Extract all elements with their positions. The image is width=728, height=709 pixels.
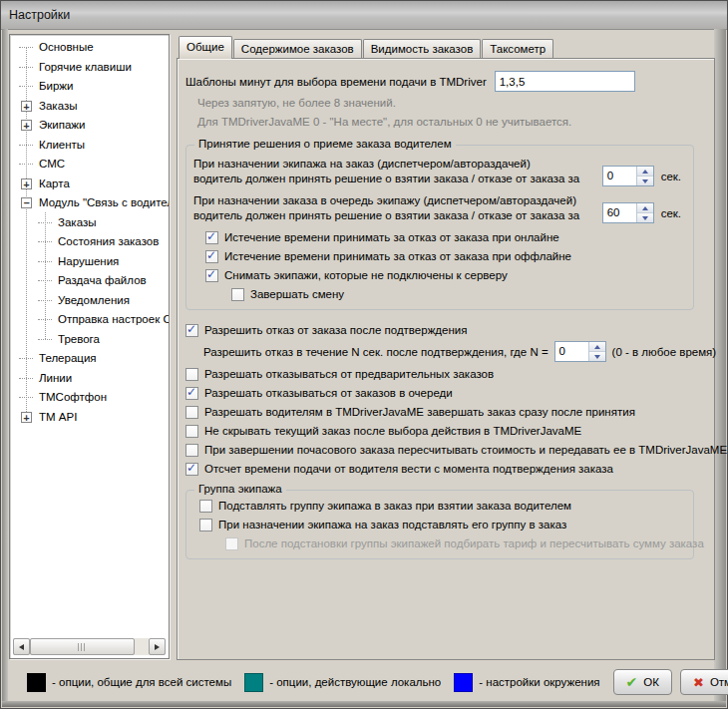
- tree-item-label: Состояния заказов: [55, 234, 162, 249]
- window-title: Настройки: [9, 8, 70, 22]
- checkbox-substitute-group-on-assign[interactable]: При назначении экипажа на заказ подставл…: [199, 518, 685, 532]
- tree-item-label: Биржи: [36, 79, 76, 94]
- legend-system-options: - опции, общие для всей системы: [27, 673, 231, 692]
- expand-plus-icon[interactable]: [21, 178, 32, 189]
- checkbox-allow-refuse-queued[interactable]: Разрешать отказываться от заказов в очер…: [185, 386, 706, 400]
- spin-up-button[interactable]: [637, 203, 653, 213]
- checkbox-icon: [185, 387, 198, 400]
- spin-up-button[interactable]: [589, 342, 605, 352]
- spin-down-button[interactable]: [637, 177, 653, 185]
- tree-item-osnovnye[interactable]: Основные: [10, 38, 169, 58]
- tree-item-karta[interactable]: Карта: [10, 175, 169, 194]
- checkbox-remove-disconnected-crews[interactable]: Снимать экипажи, которые не подключены к…: [205, 268, 685, 282]
- tree-item-narusheniya[interactable]: Нарушения: [10, 252, 169, 272]
- expand-icon: [40, 314, 51, 325]
- spin-value[interactable]: 0: [555, 342, 588, 361]
- settings-tree: Основные Горячие клавиши Биржи Заказы Эк…: [9, 34, 170, 659]
- tab-obshchie[interactable]: Общие: [179, 36, 232, 59]
- tab-soderzhimoe-zakazov[interactable]: Содержимое заказов: [233, 39, 362, 58]
- assign-crew-seconds-spinner[interactable]: 0: [602, 166, 654, 186]
- expand-icon: [40, 256, 51, 267]
- expand-plus-icon[interactable]: [21, 101, 32, 112]
- checkbox-allow-finish-immediately[interactable]: Разрешать водителям в TMDriverJavaME зав…: [185, 405, 706, 419]
- accept-decision-group: Принятие решения о приеме заказа водител…: [185, 145, 694, 310]
- tree-item-birzhi[interactable]: Биржи: [10, 77, 169, 97]
- tree-item-label: СМС: [36, 157, 68, 172]
- spin-down-button[interactable]: [637, 213, 653, 222]
- tab-page-general: Шаблоны минут для выбора времени подачи …: [177, 58, 715, 660]
- seconds-unit-label: сек.: [661, 171, 681, 182]
- tree-item-zakazy[interactable]: Заказы: [10, 97, 169, 117]
- expand-minus-icon[interactable]: [21, 197, 32, 208]
- spin-up-button[interactable]: [637, 167, 653, 177]
- checkbox-timeout-refuse-online[interactable]: Истечение времени принимать за отказ от …: [205, 230, 685, 244]
- tree-item-tmsoftfon[interactable]: ТМСофтфон: [10, 388, 169, 408]
- tree-item-linii[interactable]: Линии: [10, 369, 169, 389]
- tree-item-tm-api[interactable]: ТМ API: [10, 408, 169, 428]
- window-frame-left: [2, 29, 8, 707]
- checkbox-keep-current-order-visible[interactable]: Не скрывать текущий заказ после выбора д…: [185, 424, 706, 438]
- expand-icon: [40, 217, 51, 228]
- tree-item-teleratsiya[interactable]: Телерация: [10, 349, 169, 369]
- group-title: Группа экипажа: [194, 483, 286, 495]
- seconds-unit-label: сек.: [661, 207, 681, 219]
- checkbox-timeout-refuse-offline[interactable]: Истечение времени принимать за отказ от …: [205, 249, 685, 263]
- checkbox-allow-refuse-preliminary[interactable]: Разрешать отказываться от предварительны…: [185, 367, 706, 381]
- checkbox-pick-tariff-after-substitute[interactable]: После подстановки группы экипажей подбир…: [225, 536, 685, 550]
- tree-item-klienty[interactable]: Клиенты: [10, 136, 169, 156]
- group-title: Принятие решения о приеме заказа водител…: [194, 138, 456, 150]
- expand-plus-icon[interactable]: [21, 412, 32, 423]
- expand-icon: [40, 295, 51, 306]
- arrow-down-icon: [642, 216, 648, 220]
- checkbox-icon: [231, 288, 244, 301]
- checkbox-substitute-group-on-take[interactable]: Подставлять группу экипажа в заказ при в…: [199, 499, 685, 513]
- tree-item-sostoyaniya-zakazov[interactable]: Состояния заказов: [10, 232, 169, 252]
- arrow-up-icon: [642, 170, 648, 174]
- checkbox-count-time-from-confirm[interactable]: Отсчет времени подачи от водителя вести …: [185, 462, 706, 476]
- arrow-up-icon: [642, 206, 648, 210]
- tree-item-otpravka-nastroek[interactable]: Отправка настроек СМ: [10, 310, 169, 330]
- title-bar[interactable]: Настройки: [1, 1, 727, 30]
- settings-window: Настройки Основные Горячие клавиши Биржи…: [0, 0, 728, 709]
- legend-local-options: - опции, действующие локально: [244, 673, 441, 692]
- expand-icon: [40, 275, 51, 286]
- cancel-button[interactable]: ✖ Отмена: [680, 669, 728, 695]
- templates-input[interactable]: [495, 71, 635, 92]
- tree-item-label: Нарушения: [55, 254, 122, 269]
- tree-item-razdacha-failov[interactable]: Раздача файлов: [10, 271, 169, 291]
- scroll-right-button[interactable]: [149, 638, 166, 655]
- tab-taksometr[interactable]: Таксометр: [482, 39, 553, 58]
- tree-item-ekipazhi[interactable]: Экипажи: [10, 116, 169, 136]
- assign-crew-line1: При назначении экипажа на заказ (диспетч…: [193, 157, 579, 172]
- tree-item-label-selected: Заказы: [55, 215, 99, 230]
- scrollbar-thumb[interactable]: [30, 638, 135, 655]
- spin-value[interactable]: 0: [603, 167, 636, 185]
- expand-icon: [40, 236, 51, 247]
- scroll-left-button[interactable]: [13, 638, 30, 655]
- queue-crew-line1: При назначении заказа в очередь экипажу …: [193, 193, 579, 208]
- checkbox-recalc-hourly-cost[interactable]: При завершении почасового заказа пересчи…: [185, 443, 706, 457]
- legend-black-swatch: [27, 673, 46, 692]
- expand-icon: [21, 392, 32, 403]
- tree-item-modul-zakazy[interactable]: Заказы: [10, 213, 169, 233]
- settings-tab-control: Общие Содержимое заказов Видимость заказ…: [177, 36, 715, 660]
- tree-item-sms[interactable]: СМС: [10, 155, 169, 175]
- spin-down-button[interactable]: [589, 352, 605, 361]
- queue-crew-seconds-spinner[interactable]: 60: [602, 202, 654, 223]
- spin-value[interactable]: 60: [603, 203, 636, 222]
- window-frame-right: [714, 29, 726, 707]
- checkbox-allow-refuse-after-confirm[interactable]: Разрешить отказ от заказа после подтверж…: [185, 323, 706, 337]
- tree-item-uvedomleniya[interactable]: Уведомления: [10, 291, 169, 311]
- expand-plus-icon[interactable]: [21, 120, 32, 131]
- tree-item-modul-svyaz-s-voditelyami[interactable]: Модуль "Связь с водителя: [10, 193, 169, 213]
- expand-icon: [21, 81, 32, 92]
- ok-button[interactable]: ✔ ОК: [613, 669, 672, 695]
- tree-horizontal-scrollbar[interactable]: [13, 638, 166, 655]
- tree-item-trevoga[interactable]: Тревога: [10, 330, 169, 350]
- refuse-n-label: Разрешить отказ в течение N сек. после п…: [203, 346, 548, 358]
- checkbox-end-shift[interactable]: Завершать смену: [231, 287, 685, 301]
- tree-item-goryachie-klavishi[interactable]: Горячие клавиши: [10, 58, 169, 78]
- checkbox-icon: [185, 425, 198, 438]
- tab-vidimost-zakazov[interactable]: Видимость заказов: [363, 39, 482, 58]
- refuse-n-spinner[interactable]: 0: [554, 341, 606, 362]
